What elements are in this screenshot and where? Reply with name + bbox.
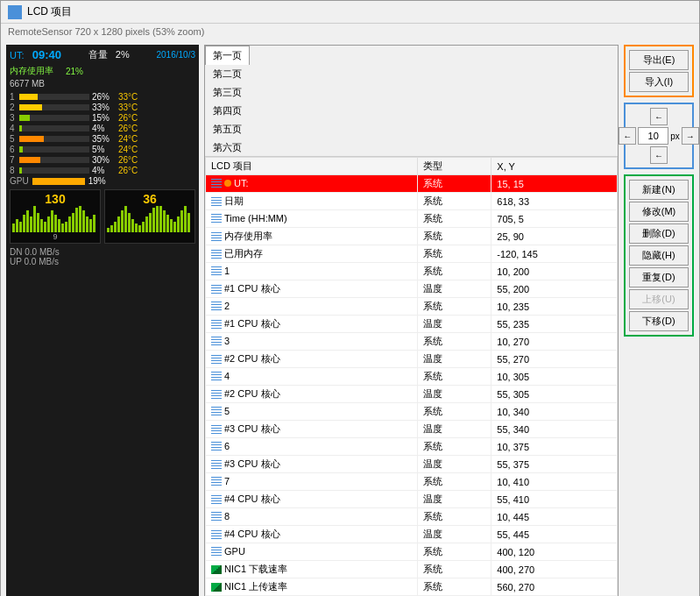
cpu-bar-bg [19,167,89,174]
new-button[interactable]: 新建(N) [629,180,689,200]
spacing-input[interactable] [638,127,668,145]
cell-type: 系统 [417,561,491,578]
col-xy: X, Y [491,158,618,175]
cpu-temp: 26°C [118,166,138,175]
cell-type: 温度 [417,526,491,543]
dn-label: DN [10,247,22,257]
table-row[interactable]: 1 系统 10, 200 [206,263,618,280]
tab-1[interactable]: 第二页 [205,64,250,83]
table-row[interactable]: 2 系统 10, 235 [206,298,618,316]
cell-type: 系统 [417,368,491,386]
arrow-left-mid[interactable]: ← [619,127,636,145]
table-row[interactable]: 6 系统 10, 375 [206,438,618,456]
cell-xy: 10, 410 [491,473,618,491]
lines-icon [211,512,222,521]
cpu-num: 8 [10,166,17,175]
cpu-pct: 35% [92,134,118,144]
tab-0[interactable]: 第一页 [205,46,250,65]
delete-button[interactable]: 删除(D) [629,224,689,244]
mini-bar [138,225,141,232]
tab-2[interactable]: 第三页 [205,82,250,102]
mini-bar [40,219,43,232]
cell-xy: 15, 15 [491,175,618,193]
arrow-left-top[interactable]: ← [650,108,668,125]
hide-button[interactable]: 隐藏(H) [629,245,689,266]
repeat-button[interactable]: 重复(D) [629,267,689,287]
cpu-bar-bg [19,104,89,110]
arrow-left-bot[interactable]: ← [650,146,668,164]
mini-bar [131,219,134,232]
graph1-value: 130 [12,192,98,206]
mini-bar [184,206,187,232]
up-button[interactable]: 上移(U) [629,289,689,309]
mini-bar [26,210,29,232]
cell-xy: 55, 235 [491,316,618,333]
table-row[interactable]: 日期 系统 618, 33 [206,193,618,210]
mini-bar [79,206,81,232]
cell-name: 4 [206,368,418,386]
table-row[interactable]: Time (HH:MM) 系统 705, 5 [206,210,618,228]
table-area[interactable]: LCD 项目 类型 X, Y UT: 系统 15, 15 日期 系统 618, … [205,157,618,596]
table-row[interactable]: #4 CPU 核心 温度 55, 445 [206,526,618,543]
mini-bar [117,216,120,232]
mini-bar [124,206,127,232]
table-row[interactable]: #4 CPU 核心 温度 55, 410 [206,491,618,508]
table-header: LCD 项目 类型 X, Y [206,158,618,175]
table-row[interactable]: 7 系统 10, 410 [206,473,618,491]
export-button[interactable]: 导出(E) [629,50,689,70]
table-row[interactable]: UT: 系统 15, 15 [206,175,618,193]
mini-bar [37,213,39,232]
spacing-group: ← ← px → ← [624,103,694,169]
mini-bar [82,210,85,232]
cpu-num: 4 [10,124,17,133]
cpu-bar-bg [19,94,89,100]
table-row[interactable]: 8 系统 10, 445 [206,508,618,526]
table-row[interactable]: #2 CPU 核心 温度 55, 305 [206,386,618,403]
table-row[interactable]: #2 CPU 核心 温度 55, 270 [206,351,618,368]
cpu-temp: 24°C [118,145,138,154]
lines-icon [211,495,222,504]
table-row[interactable]: #1 CPU 核心 温度 55, 235 [206,316,618,333]
gpu-pct: 19% [88,176,106,186]
table-row[interactable]: #1 CPU 核心 温度 55, 200 [206,280,618,298]
app-icon [8,5,22,19]
cell-name: NIC1 下载速率 [206,561,418,578]
cell-name: #4 CPU 核心 [206,526,418,543]
cpu-fill [19,157,40,163]
import-button[interactable]: 导入(I) [629,72,689,92]
table-row[interactable]: GPU 系统 400, 120 [206,543,618,561]
lines-icon [211,250,222,259]
tab-3[interactable]: 第四页 [205,101,250,120]
table-row[interactable]: #3 CPU 核心 温度 55, 340 [206,421,618,438]
lcd-ut-label: UT: 09:40 [10,48,61,61]
tab-5[interactable]: 第六页 [205,138,250,157]
cell-name: GPU [206,543,418,561]
down-button[interactable]: 下移(D) [629,311,689,331]
cpu-num: 3 [10,113,17,123]
modify-button[interactable]: 修改(M) [629,202,689,222]
cell-name: 内存使用率 [206,228,418,245]
mini-bar [16,219,18,232]
cell-type: 系统 [417,473,491,491]
table-row[interactable]: NIC1 上传速率 系统 560, 270 [206,578,618,596]
table-panel: 第一页第二页第三页第四页第五页第六页 LCD 项目 类型 X, Y UT: 系统… [204,45,619,596]
table-row[interactable]: 已用内存 系统 -120, 145 [206,245,618,263]
lcd-time: 09:40 [32,48,61,61]
table-row[interactable]: 内存使用率 系统 25, 90 [206,228,618,245]
arrow-right-mid[interactable]: → [682,127,699,145]
table-row[interactable]: #3 CPU 核心 温度 55, 375 [206,456,618,473]
table-row[interactable]: 3 系统 10, 270 [206,333,618,351]
mini-bar [177,216,180,232]
cell-xy: 25, 90 [491,228,618,245]
mini-bar [110,225,113,232]
graph2-bars [107,206,193,232]
table-row[interactable]: 4 系统 10, 305 [206,368,618,386]
cpu-temp: 24°C [118,134,138,144]
table-row[interactable]: NIC1 下载速率 系统 400, 270 [206,561,618,578]
mini-bar [121,210,124,232]
mini-bar [135,224,138,232]
table-row[interactable]: 5 系统 10, 340 [206,403,618,421]
tab-4[interactable]: 第五页 [205,119,250,138]
lines-icon [211,266,222,275]
mini-bar [86,216,88,232]
